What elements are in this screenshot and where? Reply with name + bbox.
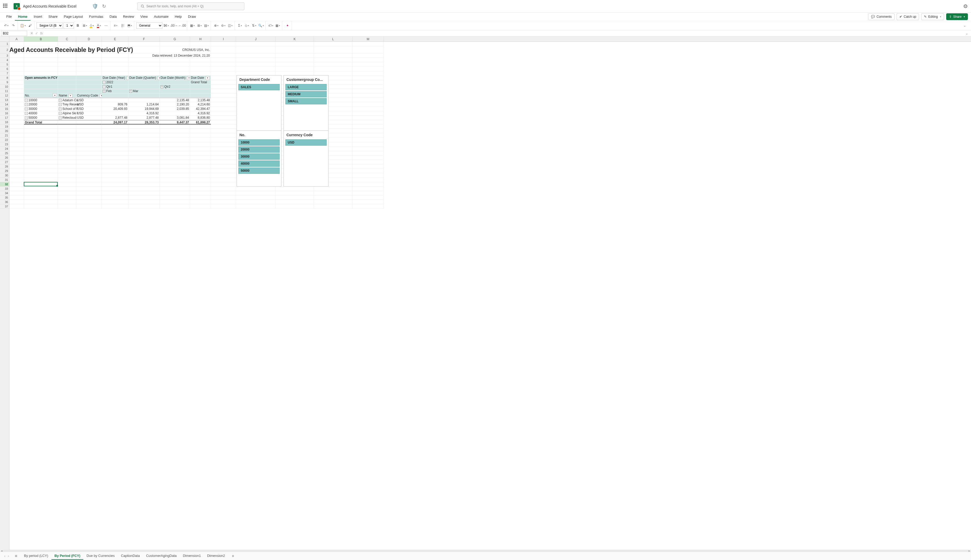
cell-G11[interactable] [160, 89, 190, 93]
cell-F37[interactable] [128, 204, 160, 209]
cell-C17[interactable]: −Relecloud [58, 116, 76, 120]
cell-E26[interactable] [102, 155, 128, 160]
cell-L3[interactable] [314, 53, 352, 58]
cell-G5[interactable] [160, 62, 190, 67]
cancel-formula-icon[interactable]: ✕ [30, 31, 33, 35]
cell-D7[interactable] [76, 71, 102, 76]
cell-I1[interactable] [211, 42, 236, 46]
sheet-next-icon[interactable]: › [8, 554, 9, 558]
cell-F16[interactable]: 4,316.92 [128, 111, 160, 116]
cell-B36[interactable] [24, 200, 58, 204]
cell-C13[interactable]: −Adatum Co [58, 98, 76, 102]
cell-H5[interactable] [190, 62, 211, 67]
cell-F19[interactable] [128, 125, 160, 129]
cell-C33[interactable] [58, 187, 76, 191]
row-header-1[interactable]: 1 [0, 42, 9, 46]
slicer-no-item-4[interactable]: 50000 [239, 168, 280, 174]
cell-I6[interactable] [211, 67, 236, 71]
cell-E35[interactable] [102, 195, 128, 200]
cell-H6[interactable] [190, 67, 211, 71]
cell-A4[interactable] [9, 58, 24, 62]
cell-C7[interactable] [58, 71, 76, 76]
cell-K37[interactable] [276, 204, 314, 209]
cloud-sync-icon[interactable]: ↻ [102, 3, 106, 9]
cell-I34[interactable] [211, 191, 236, 195]
cell-B25[interactable] [24, 151, 58, 155]
row-header-4[interactable]: 4 [0, 58, 9, 62]
row-header-34[interactable]: 34 [0, 191, 9, 195]
settings-icon[interactable]: ⚙ [963, 3, 968, 9]
cell-F1[interactable] [128, 42, 160, 46]
cell-A8[interactable] [9, 76, 24, 80]
sort-filter-button[interactable]: ⇅▾ [251, 22, 257, 29]
cell-E20[interactable] [102, 129, 128, 133]
cell-F13[interactable] [128, 98, 160, 102]
row-header-17[interactable]: 17 [0, 116, 9, 120]
cell-M7[interactable] [352, 71, 384, 76]
cell-B18[interactable]: Grand Total [24, 120, 58, 125]
cell-F12[interactable] [128, 93, 160, 98]
cell-D35[interactable] [76, 195, 102, 200]
menu-tab-home[interactable]: Home [15, 13, 30, 21]
cell-D18[interactable] [76, 120, 102, 125]
cell-D8[interactable] [76, 76, 102, 80]
column-header-F[interactable]: F [128, 37, 160, 42]
add-sheet-button[interactable]: + [229, 554, 237, 558]
row-header-30[interactable]: 30 [0, 173, 9, 178]
cell-G21[interactable] [160, 133, 190, 138]
cell-F29[interactable] [128, 169, 160, 173]
cell-A35[interactable] [9, 195, 24, 200]
cell-F28[interactable] [128, 164, 160, 169]
cell-A32[interactable] [9, 182, 24, 187]
cell-F15[interactable]: 19,944.69 [128, 107, 160, 111]
cell-G27[interactable] [160, 160, 190, 164]
cell-G31[interactable] [160, 178, 190, 182]
column-header-M[interactable]: M [352, 37, 384, 42]
row-header-19[interactable]: 19 [0, 125, 9, 129]
cell-B3[interactable] [24, 53, 58, 58]
cell-G36[interactable] [160, 200, 190, 204]
cell-H18[interactable]: 61,898.27 [190, 120, 211, 125]
cell-H11[interactable] [190, 89, 211, 93]
slicer-no-item-2[interactable]: 30000 [239, 153, 280, 160]
cell-M1[interactable] [352, 42, 384, 46]
cell-G16[interactable] [160, 111, 190, 116]
cell-D1[interactable] [76, 42, 102, 46]
row-header-28[interactable]: 28 [0, 164, 9, 169]
cell-I26[interactable] [211, 155, 236, 160]
horizontal-scrollbar[interactable] [2, 550, 969, 552]
cell-C35[interactable] [58, 195, 76, 200]
cell-F5[interactable] [128, 62, 160, 67]
row-header-23[interactable]: 23 [0, 142, 9, 147]
cell-B14[interactable]: −20000 [24, 102, 58, 107]
row-header-5[interactable]: 5 [0, 62, 9, 67]
cell-D20[interactable] [76, 129, 102, 133]
cell-C18[interactable] [58, 120, 76, 125]
cell-A7[interactable] [9, 71, 24, 76]
cell-B32[interactable] [24, 182, 58, 187]
menu-tab-view[interactable]: View [137, 13, 151, 21]
cell-B13[interactable]: −10000 [24, 98, 58, 102]
cell-H8[interactable]: Due Date ▾ [190, 76, 211, 80]
slicer-customergroup-item-1[interactable]: MEDIUM [285, 91, 327, 97]
cell-H22[interactable] [190, 138, 211, 142]
cell-H23[interactable] [190, 142, 211, 147]
cell-A22[interactable] [9, 138, 24, 142]
cond-format-button[interactable]: ▦▾ [189, 22, 195, 29]
format-cells-button[interactable]: ◫▾ [227, 22, 234, 29]
cell-H13[interactable]: 2,135.48 [190, 98, 211, 102]
cell-G15[interactable]: 2,039.85 [160, 107, 190, 111]
cell-G7[interactable] [160, 71, 190, 76]
cell-M14[interactable] [352, 102, 384, 107]
cell-F17[interactable]: 2,877.48 [128, 116, 160, 120]
cell-B33[interactable] [24, 187, 58, 191]
cell-K1[interactable] [276, 42, 314, 46]
more-font-button[interactable]: ⋯ [103, 22, 109, 29]
cell-G6[interactable] [160, 67, 190, 71]
cell-H27[interactable] [190, 160, 211, 164]
catch-up-button[interactable]: ✔ Catch up [897, 13, 919, 20]
cell-H31[interactable] [190, 178, 211, 182]
cell-B19[interactable] [24, 125, 58, 129]
column-header-G[interactable]: G [160, 37, 190, 42]
cell-D3[interactable] [76, 53, 102, 58]
